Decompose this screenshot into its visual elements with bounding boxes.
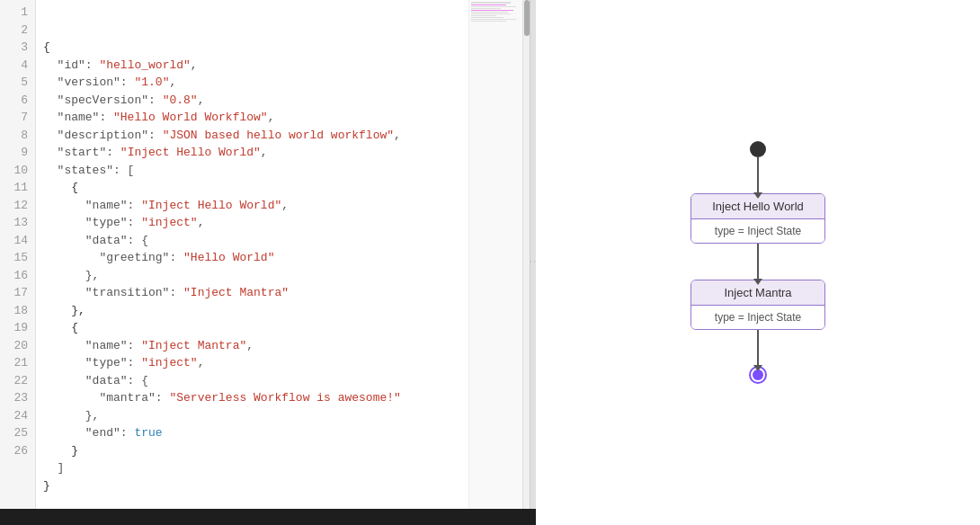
code-line-12: "data": {: [43, 232, 461, 250]
code-line-19: "type": "inject",: [43, 354, 461, 372]
arrow-state2-to-end: [757, 330, 759, 366]
state-inject-mantra[interactable]: Inject Mantra type = Inject State: [690, 280, 825, 330]
scrollbar-thumb[interactable]: [524, 0, 530, 36]
code-line-6: "description": "JSON based hello world w…: [43, 127, 461, 145]
code-line-14: },: [43, 267, 461, 285]
code-line-8: "states": [: [43, 162, 461, 180]
state1-type: type = Inject State: [691, 219, 824, 243]
code-line-21: "mantra": "Serverless Workflow is awesom…: [43, 389, 461, 407]
code-line-24: }: [43, 442, 461, 460]
code-line-20: "data": {: [43, 372, 461, 390]
code-line-10: "name": "Inject Hello World",: [43, 197, 461, 215]
code-line-15: "transition": "Inject Mantra": [43, 284, 461, 302]
scrollbar[interactable]: [522, 0, 530, 525]
arrow-start-to-state1: [757, 157, 759, 193]
arrow-state1-to-state2: [757, 244, 759, 280]
code-line-1: {: [43, 39, 461, 57]
code-line-23: "end": true: [43, 424, 461, 442]
bottom-bar: [0, 509, 530, 525]
code-line-9: {: [43, 179, 461, 197]
state-inject-hello-world[interactable]: Inject Hello World type = Inject State: [690, 193, 825, 244]
minimap: [468, 0, 522, 525]
code-editor-panel: 1234567891011121314151617181920212223242…: [0, 0, 530, 525]
state2-type: type = Inject State: [691, 306, 824, 329]
code-content[interactable]: { "id": "hello_world", "version": "1.0",…: [36, 0, 468, 525]
start-node: [750, 141, 766, 157]
code-line-13: "greeting": "Hello World": [43, 249, 461, 267]
code-line-25: ]: [43, 459, 461, 477]
code-line-26: }: [43, 477, 461, 495]
code-line-18: "name": "Inject Mantra",: [43, 337, 461, 355]
code-line-5: "name": "Hello World Workflow",: [43, 109, 461, 127]
code-line-3: "version": "1.0",: [43, 74, 461, 92]
diagram-panel: Inject Hello World type = Inject State I…: [536, 0, 980, 525]
code-line-11: "type": "inject",: [43, 214, 461, 232]
code-line-4: "specVersion": "0.8",: [43, 92, 461, 110]
code-line-7: "start": "Inject Hello World",: [43, 144, 461, 162]
workflow-diagram: Inject Hello World type = Inject State I…: [690, 141, 825, 384]
code-line-22: },: [43, 407, 461, 425]
code-line-16: },: [43, 302, 461, 320]
code-line-2: "id": "hello_world",: [43, 57, 461, 75]
code-line-17: {: [43, 319, 461, 337]
line-numbers: 1234567891011121314151617181920212223242…: [0, 0, 36, 525]
